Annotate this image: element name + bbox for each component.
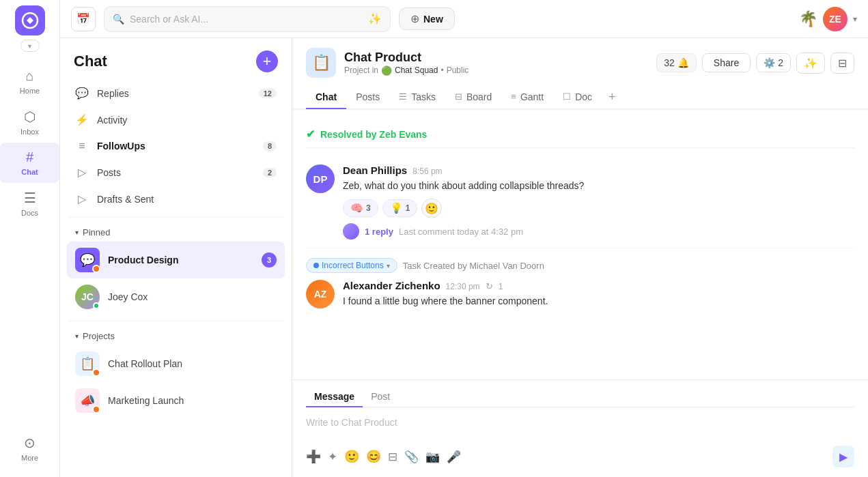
projects-chevron-icon: ▾ [75, 332, 79, 340]
emoji-icon[interactable]: 🙂 [344, 449, 359, 464]
inbox-label: Inbox [20, 128, 39, 136]
chat-nav-posts[interactable]: ▷ Posts 2 [67, 160, 285, 185]
followups-label: FollowUps [97, 141, 255, 151]
chat-rollout-icon: 📋 [75, 351, 100, 376]
tab-board[interactable]: ⊟ Board [445, 86, 501, 109]
channel-marketing[interactable]: 📣 Marketing Launch [67, 382, 285, 419]
ai-count: 2 [778, 57, 783, 68]
layout-button[interactable]: ⊟ [830, 53, 854, 74]
channel-product-design[interactable]: 💬 Product Design 3 [67, 242, 285, 278]
bulb-count: 1 [406, 203, 410, 213]
projects-section-header[interactable]: ▾ Projects [60, 327, 292, 345]
activity-label: Activity [97, 115, 277, 126]
chat-icon: # [26, 149, 33, 165]
add-reaction-button[interactable]: 🙂 [421, 199, 442, 218]
drafts-label: Drafts & Sent [97, 194, 277, 205]
reaction-bulb[interactable]: 💡 1 [382, 199, 418, 217]
chat-panel-title: Chat [74, 53, 107, 70]
tasks-list-icon: ☰ [399, 91, 407, 102]
user-chevron-icon[interactable]: ▾ [853, 14, 857, 24]
attach-plus-icon[interactable]: ➕ [306, 449, 321, 464]
new-label: New [423, 14, 443, 25]
calendar-button[interactable]: 📅 [71, 7, 96, 31]
drafts-icon: ▷ [75, 192, 89, 205]
project-info: Chat Product Project in 🟢 Chat Squad • P… [344, 50, 468, 76]
activity-icon: ⚡ [75, 113, 89, 126]
alex-reply-count: 1 [499, 281, 503, 291]
home-icon: ⌂ [25, 68, 33, 84]
message-dean: DP Dean Phillips 8:56 pm Zeb, what do yo… [306, 156, 854, 248]
task-badge-button[interactable]: Incorrect Buttons ▾ [306, 258, 397, 273]
tab-add-button[interactable]: + [602, 85, 623, 110]
calendar-icon: 📅 [76, 12, 90, 25]
mic-icon[interactable]: 🎤 [447, 450, 461, 464]
chat-rollout-name: Chat Rollout Plan [108, 358, 277, 369]
chat-nav-drafts[interactable]: ▷ Drafts & Sent [67, 186, 285, 212]
project-squad-name: Chat Squad [395, 66, 438, 75]
chat-label: Chat [21, 168, 38, 176]
channel-chat-rollout[interactable]: 📋 Chat Rollout Plan [67, 345, 285, 382]
joey-avatar: JC [75, 285, 100, 309]
chat-panel: Chat + 💬 Replies 12 ⚡ Activity ≡ FollowU… [60, 0, 292, 477]
alex-sender: Alexander Zichenko [343, 280, 440, 291]
chat-nav-followups[interactable]: ≡ FollowUps 8 [67, 134, 285, 158]
camera-icon[interactable]: 📷 [425, 450, 440, 464]
dean-message-text: Zeb, what do you think about adding coll… [343, 179, 854, 193]
input-tab-message[interactable]: Message [306, 387, 363, 407]
send-button[interactable]: ▶ [832, 446, 854, 467]
sidebar-expand-button[interactable]: ▾ [20, 40, 40, 52]
new-button[interactable]: ⊕ New [399, 8, 455, 30]
app-logo[interactable] [15, 5, 45, 35]
emoji2-icon[interactable]: 😊 [366, 449, 381, 464]
sparkle-button[interactable]: ✨ [796, 53, 825, 74]
projects-label: Projects [83, 331, 115, 341]
ai-settings-icon: ⚙️ [764, 57, 775, 68]
home-label: Home [20, 87, 40, 95]
sparkle-input-icon[interactable]: ✦ [328, 450, 337, 464]
resolved-banner: ✔ Resolved by Zeb Evans [306, 121, 854, 148]
project-stat[interactable]: 32 🔔 [656, 53, 697, 72]
chat-nav-replies[interactable]: 💬 Replies 12 [67, 81, 285, 106]
pinned-section-header[interactable]: ▾ Pinned [60, 223, 292, 242]
message-textbox[interactable]: Write to Chat Product [306, 413, 854, 442]
input-tab-post[interactable]: Post [363, 387, 398, 407]
tab-tasks[interactable]: ☰ Tasks [389, 86, 445, 109]
product-design-badge: 3 [262, 252, 277, 268]
tab-posts[interactable]: Posts [346, 86, 389, 109]
ai-sparkle-icon: ✨ [368, 12, 382, 25]
brain-emoji: 🧠 [350, 202, 363, 214]
reply-thread[interactable]: 1 reply Last comment today at 4:32 pm [343, 223, 854, 240]
tab-doc[interactable]: ☐ Doc [553, 86, 602, 109]
followups-icon: ≡ [75, 140, 89, 152]
inbox-icon: ⬡ [24, 109, 36, 125]
ai-button[interactable]: ⚙️ 2 [756, 53, 791, 72]
sidebar-nav-docs[interactable]: ☰ Docs [0, 183, 59, 224]
message-task-block: Incorrect Buttons ▾ Task Created by Mich… [306, 248, 854, 308]
tab-chat[interactable]: Chat [306, 86, 346, 109]
stat-count: 32 [664, 57, 675, 68]
joey-cox-name: Joey Cox [108, 291, 277, 302]
posts-icon: ▷ [75, 166, 89, 179]
sidebar-nav-home[interactable]: ⌂ Home [0, 61, 59, 102]
reaction-brain[interactable]: 🧠 3 [343, 199, 378, 217]
topbar-right: 🌴 ZE ▾ [799, 7, 857, 31]
channel-joey-cox[interactable]: JC Joey Cox [67, 278, 285, 315]
paperclip-icon[interactable]: 📎 [404, 450, 419, 464]
tab-gantt[interactable]: ≡ Gantt [501, 86, 553, 109]
table-icon[interactable]: ⊟ [388, 450, 397, 464]
chat-nav-activity[interactable]: ⚡ Activity [67, 107, 285, 132]
sidebar-nav-more[interactable]: ⊙ More [0, 428, 59, 469]
replies-icon: 💬 [75, 87, 89, 100]
product-design-icon: 💬 [75, 248, 100, 272]
followups-badge: 8 [263, 141, 277, 151]
reply-last-text: Last comment today at 4:32 pm [399, 227, 523, 237]
sidebar-nav-inbox[interactable]: ⬡ Inbox [0, 102, 59, 143]
doc-file-icon: ☐ [563, 91, 571, 102]
sidebar-nav-chat[interactable]: # Chat [0, 143, 59, 183]
search-input: Search or Ask AI... [130, 14, 363, 25]
search-bar[interactable]: 🔍 Search or Ask AI... ✨ [104, 6, 391, 32]
user-avatar[interactable]: ZE [823, 7, 848, 31]
board-grid-icon: ⊟ [455, 91, 462, 102]
share-button[interactable]: Share [702, 53, 751, 72]
new-chat-button[interactable]: + [256, 50, 278, 72]
